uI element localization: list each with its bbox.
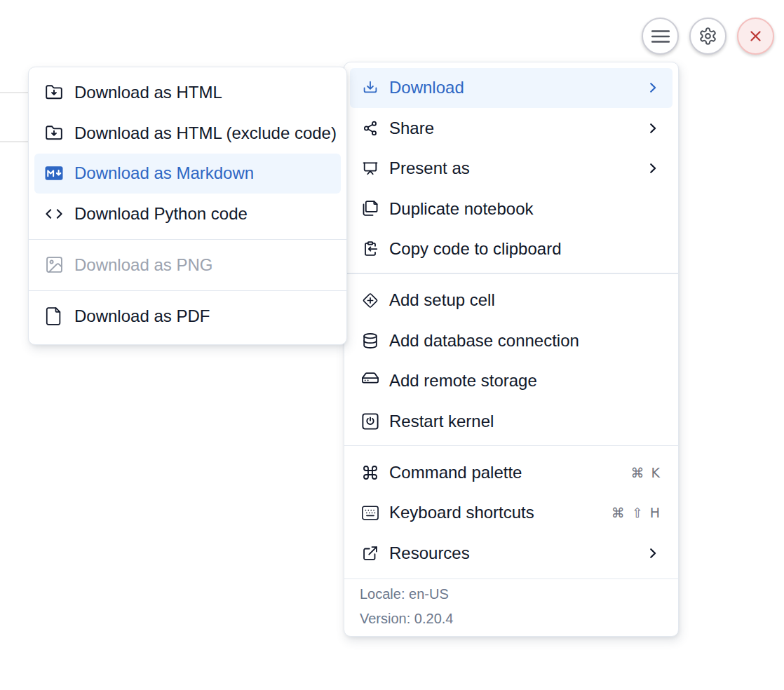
duplicate-files-icon: [362, 201, 379, 217]
menu-item-add-setup-cell[interactable]: Add setup cell: [350, 280, 673, 320]
menu-item-label: Download as PNG: [74, 255, 212, 275]
menu-item-label: Share: [389, 119, 434, 138]
menu-item-label: Add remote storage: [389, 371, 537, 391]
menu-item-keyboard-shortcuts[interactable]: Keyboard shortcuts ⌘⇧H: [350, 493, 673, 533]
code-icon: [45, 205, 63, 222]
download-icon: [362, 79, 379, 96]
menu-item-label: Download: [389, 78, 464, 97]
menu-item-label: Download as HTML: [74, 83, 222, 102]
menu-item-duplicate-notebook[interactable]: Duplicate notebook: [350, 189, 673, 229]
file-icon: [45, 308, 63, 325]
menu-item-label: Duplicate notebook: [389, 199, 533, 219]
menu-item-download[interactable]: Download: [350, 68, 673, 108]
menu-item-label: Restart kernel: [389, 412, 494, 431]
menu-footer-version: Version: 0.20.4: [344, 607, 678, 631]
image-icon: [45, 257, 63, 273]
submenu-chevron-icon: [646, 161, 660, 175]
menu-item-label: Command palette: [389, 463, 522, 482]
download-submenu: Download as HTML Download as HTML (exclu…: [28, 67, 347, 345]
menu-item-add-database-connection[interactable]: Add database connection: [350, 321, 673, 361]
menu-item-label: Resources: [389, 543, 470, 563]
menu-separator: [29, 239, 346, 241]
menu-item-download-html-exclude-code[interactable]: Download as HTML (exclude code): [34, 114, 341, 154]
power-square-icon: [362, 413, 379, 430]
command-icon: [362, 464, 379, 481]
submenu-chevron-icon: [646, 121, 660, 135]
keyboard-icon: [362, 504, 379, 521]
menu-item-label: Copy code to clipboard: [389, 239, 561, 259]
menu-footer-locale: Locale: en-US: [344, 582, 678, 607]
notebook-actions-menu: Download Share Present as Duplicate note…: [344, 62, 679, 637]
menu-item-download-html[interactable]: Download as HTML: [34, 73, 341, 113]
menu-item-label: Keyboard shortcuts: [389, 503, 534, 522]
menu-item-download-png[interactable]: Download as PNG: [34, 245, 341, 285]
presentation-icon: [362, 160, 379, 177]
menu-item-label: Download Python code: [74, 204, 248, 224]
menu-item-download-python-code[interactable]: Download Python code: [34, 194, 341, 234]
page-cell-border-bottom: [0, 141, 28, 142]
menu-item-share[interactable]: Share: [350, 109, 673, 149]
menu-item-label: Add database connection: [389, 331, 579, 351]
external-link-icon: [362, 545, 379, 562]
close-x-icon: [748, 28, 764, 44]
menu-item-label: Download as PDF: [74, 306, 210, 326]
markdown-download-icon: [45, 165, 63, 182]
menu-item-resources[interactable]: Resources: [350, 534, 673, 574]
menu-item-command-palette[interactable]: Command palette ⌘K: [350, 453, 673, 493]
menu-item-copy-code[interactable]: Copy code to clipboard: [350, 229, 673, 269]
database-icon: [362, 332, 379, 349]
submenu-chevron-icon: [646, 81, 660, 95]
shortcut-command-shift-h: ⌘⇧H: [611, 505, 660, 520]
folder-download-icon: [45, 125, 63, 142]
menu-item-restart-kernel[interactable]: Restart kernel: [350, 402, 673, 442]
menu-item-add-remote-storage[interactable]: Add remote storage: [350, 361, 673, 401]
folder-download-icon: [45, 84, 63, 101]
menu-item-download-pdf[interactable]: Download as PDF: [34, 297, 341, 337]
menu-item-label: Download as HTML (exclude code): [74, 123, 337, 143]
menu-item-label: Add setup cell: [389, 290, 495, 310]
menu-item-label: Present as: [389, 158, 470, 178]
menu-separator: [344, 273, 678, 274]
menu-item-label: Download as Markdown: [74, 163, 254, 183]
close-button[interactable]: [737, 18, 774, 55]
menu-item-download-markdown[interactable]: Download as Markdown: [34, 154, 341, 194]
share-icon: [362, 120, 379, 137]
notebook-menu-button[interactable]: [642, 18, 679, 55]
clipboard-copy-icon: [362, 241, 379, 257]
settings-button[interactable]: [689, 18, 726, 55]
shortcut-command-k: ⌘K: [631, 465, 660, 480]
settings-gear-icon: [698, 27, 717, 46]
menu-separator: [29, 290, 346, 292]
hamburger-menu-icon: [651, 27, 670, 46]
page-cell-border-top: [0, 92, 28, 93]
menu-separator: [344, 579, 678, 580]
hard-drive-icon: [362, 372, 379, 389]
submenu-chevron-icon: [646, 546, 660, 560]
menu-item-present-as[interactable]: Present as: [350, 149, 673, 189]
menu-separator: [344, 445, 678, 447]
diamond-plus-icon: [362, 292, 379, 309]
